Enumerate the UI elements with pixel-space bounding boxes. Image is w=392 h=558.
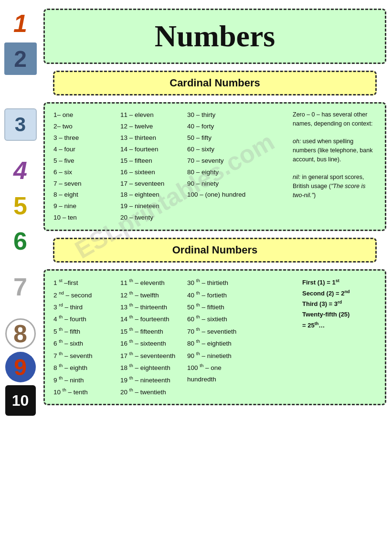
list-item: 6 th – sixth (53, 338, 116, 348)
list-item: 9 th – ninth (53, 375, 116, 385)
list-item: 18 – eighteen (120, 190, 182, 200)
cardinal-header-box: Cardinal Numbers (53, 71, 377, 95)
ordinal-col-2: 11 th – eleventh 12 th – twelfth 13 th –… (120, 277, 182, 397)
list-item: 30 th – thirtieth (187, 277, 249, 288)
list-item: 19 th – nineteenth (120, 375, 182, 385)
ordinal-header-box: Ordinal Numbers (53, 238, 377, 263)
list-item: 11 th – eleventh (120, 277, 182, 288)
title-box: Numbers (43, 9, 386, 64)
cardinal-note-nil-text: in general sport scores, British usage (… (293, 174, 365, 199)
list-item: 4 – four (53, 145, 116, 155)
list-item: 1– one (53, 110, 116, 120)
page-title: Numbers (155, 19, 275, 54)
sidebar-num-1: 1 (4, 7, 37, 40)
list-item: 5 th – fifth (53, 326, 116, 337)
sidebar-num-9: 9 (5, 352, 36, 382)
list-item: 13 th – thirteenth (120, 302, 182, 312)
ordinal-content-box: 1 st –first 2 nd – second 3 rd – third 4… (43, 269, 386, 405)
list-item: 2– two (53, 122, 116, 132)
list-item: 80 – eighty (187, 168, 249, 178)
sidebar-num-6: 6 (4, 225, 37, 257)
ordinal-col-3: 30 th – thirtieth 40 th – fortieth 50 th… (187, 277, 249, 397)
cardinal-header-text: Cardinal Numbers (170, 77, 260, 89)
list-item: 13 – thirteen (120, 133, 182, 143)
cardinal-note-oh-label: oh: (293, 138, 303, 145)
list-item: 15 – fifteen (120, 156, 182, 166)
list-item: 19 – nineteen (120, 201, 182, 211)
list-item: 60 – sixty (187, 145, 249, 155)
list-item: 1 st –first (53, 277, 116, 288)
sidebar-num-5: 5 (4, 190, 37, 222)
list-item: 90 th – ninetieth (187, 350, 249, 361)
list-item: 10 – ten (53, 213, 116, 223)
list-item: 30 – thirty (187, 110, 249, 120)
list-item: 8 th – eighth (53, 362, 116, 373)
list-item: 70 – seventy (187, 156, 249, 166)
cardinal-note-nil-label: nil: (293, 174, 302, 180)
list-item: 16 – sixteen (120, 168, 182, 178)
list-item: 4 th – fourth (53, 314, 116, 324)
list-item: 18 th – eighteenth (120, 362, 182, 373)
list-item: 17 th – seventeenth (120, 350, 182, 361)
ordinal-note-line2: Second (2) = 2nd (302, 288, 376, 299)
list-item: 5 – five (53, 156, 116, 166)
list-item: 9 – nine (53, 201, 116, 211)
sidebar-num-4: 4 (4, 154, 37, 187)
list-item: 14 th – fourteenth (120, 314, 182, 324)
list-item: 50 th – fiftieth (187, 302, 249, 312)
list-item: 8 – eight (53, 190, 116, 200)
cardinal-side-note: Zero – 0 – has several other names, depe… (293, 110, 376, 223)
list-item: 100 th – one (187, 362, 249, 373)
list-item: hundredth (187, 375, 249, 385)
cardinal-col-3: 30 – thirty 40 – forty 50 – fifty 60 – s… (187, 110, 249, 223)
list-item: 15 th – fifteenth (120, 326, 182, 337)
list-item: 20 – twenty (120, 213, 182, 223)
cardinal-content-box: 1– one 2– two 3 – three 4 – four 5 – fiv… (43, 102, 386, 231)
list-item: 7 – seven (53, 179, 116, 189)
ordinal-col-1: 1 st –first 2 nd – second 3 rd – third 4… (53, 277, 116, 397)
list-item: 70 th – seventieth (187, 326, 249, 337)
list-item: 12 th – twelfth (120, 290, 182, 300)
ordinal-note-line5: = 25th… (302, 320, 376, 331)
list-item: 10 th – tenth (53, 387, 116, 397)
list-item: 20 th – twentieth (120, 387, 182, 397)
ordinal-header-text: Ordinal Numbers (172, 244, 257, 256)
list-item: 40 – forty (187, 122, 249, 132)
list-item: 80 th – eightieth (187, 338, 249, 348)
sidebar-num-7: 7 (4, 271, 37, 303)
list-item: 50 – fifty (187, 133, 249, 143)
list-item: 11 – eleven (120, 110, 182, 120)
sidebar: 1 2 3 4 5 6 7 8 9 10 (0, 5, 41, 553)
list-item: 16 th – sixteenth (120, 338, 182, 348)
list-item: 2 nd – second (53, 290, 116, 300)
list-item: 6 – six (53, 168, 116, 178)
sidebar-num-10: 10 (5, 385, 36, 416)
cardinal-col-1: 1– one 2– two 3 – three 4 – four 5 – fiv… (53, 110, 116, 223)
list-item: 3 – three (53, 133, 116, 143)
list-item: 40 th – fortieth (187, 290, 249, 300)
sidebar-num-3: 3 (4, 108, 37, 141)
list-item: 14 – fourteen (120, 145, 182, 155)
list-item: 90 – ninety (187, 179, 249, 189)
list-item: 100 – (one) hundred (187, 190, 249, 200)
list-item: 3 rd – third (53, 302, 116, 312)
cardinal-columns: 1– one 2– two 3 – three 4 – four 5 – fiv… (53, 110, 285, 223)
main-content: Numbers Cardinal Numbers 1– one 2– two 3… (41, 5, 392, 553)
ordinal-note-line4: Twenty-fifth (25) (302, 309, 376, 320)
ordinal-side-note: First (1) = 1st Second (2) = 2nd Third (… (302, 277, 376, 397)
list-item: 12 – twelve (120, 122, 182, 132)
list-item: 17 – seventeen (120, 179, 182, 189)
sidebar-num-2: 2 (4, 42, 37, 75)
ordinal-note-line1: First (1) = 1st (302, 277, 376, 288)
ordinal-note-line3: Third (3) = 3rd (302, 299, 376, 309)
cardinal-note-oh-text: used when spelling numbers (like telepho… (293, 138, 372, 163)
cardinal-note-title: Zero – 0 – has several other names, depe… (293, 111, 372, 127)
sidebar-num-8: 8 (5, 318, 36, 349)
ordinal-columns: 1 st –first 2 nd – second 3 rd – third 4… (53, 277, 295, 397)
list-item: 7 th – seventh (53, 350, 116, 361)
list-item: 60 th – sixtieth (187, 314, 249, 324)
cardinal-col-2: 11 – eleven 12 – twelve 13 – thirteen 14… (120, 110, 182, 223)
